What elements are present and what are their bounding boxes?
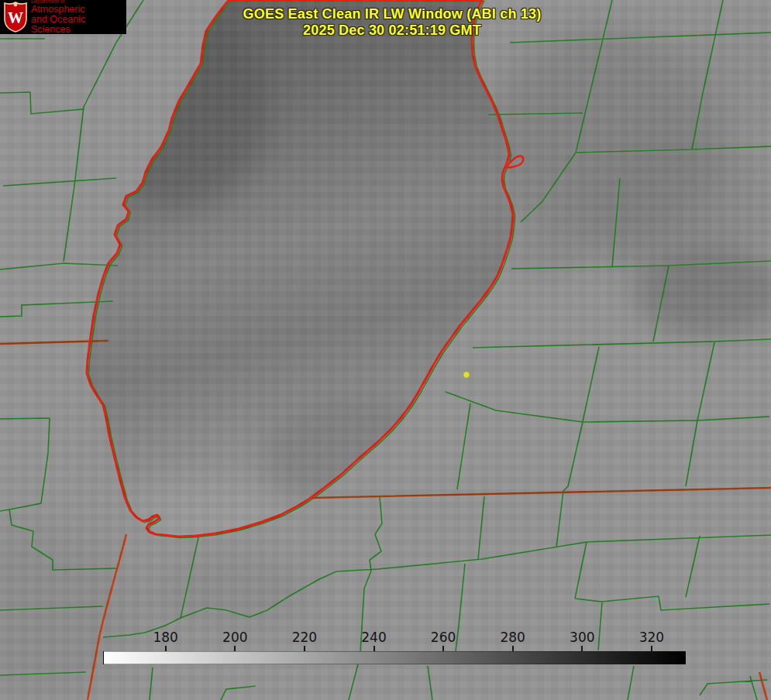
colorbar-tick-label: 240 [361, 630, 386, 645]
colorbar-tick-mark [512, 646, 514, 651]
colorbar-tick-mark [651, 646, 652, 651]
colorbar-tick-mark [373, 646, 375, 651]
colorbar-tick-mark [165, 646, 167, 651]
colorbar-tick-label: 260 [431, 630, 456, 645]
colorbar-tick-label: 300 [570, 630, 594, 645]
temperature-colorbar [103, 651, 687, 664]
colorbar-tick-label: 320 [639, 630, 664, 645]
colorbar-tick-mark [234, 646, 236, 651]
colorbar-tick-label: 280 [500, 630, 525, 645]
logo-line-1: Atmospheric [31, 5, 126, 15]
uw-crest-icon: W [4, 2, 27, 33]
colorbar-tick-mark [304, 646, 305, 651]
svg-text:W: W [8, 9, 23, 26]
uw-aos-logo-link[interactable]: W Department of Atmospheric and Oceanic … [0, 0, 126, 34]
colorbar-tick-label: 180 [153, 630, 177, 645]
satellite-map-image [0, 0, 771, 700]
logo-wordmark: Department of Atmospheric and Oceanic Sc… [31, 0, 126, 35]
colorbar-tick-label: 200 [222, 630, 247, 645]
station-marker-dot [463, 372, 470, 378]
colorbar-tick-mark [442, 646, 444, 651]
logo-line-2: and Oceanic Sciences [31, 15, 126, 35]
colorbar-tick-label: 220 [292, 630, 317, 645]
colorbar-tick-mark [581, 646, 583, 651]
satellite-image-viewer: W Department of Atmospheric and Oceanic … [0, 0, 771, 700]
